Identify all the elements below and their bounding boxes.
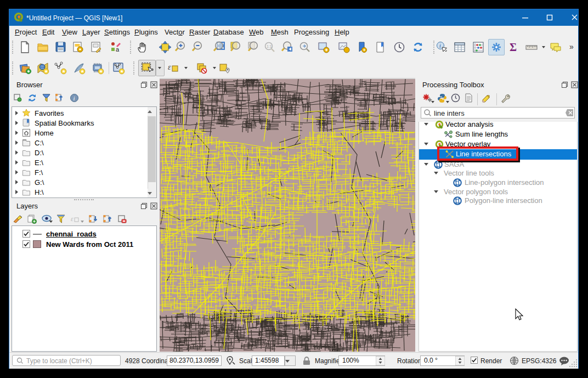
svg-text:a: a [116, 46, 120, 53]
svg-text:i: i [439, 43, 441, 49]
svg-text:ε: ε [71, 215, 74, 223]
svg-text:ε: ε [168, 63, 171, 71]
svg-text:1:1: 1:1 [267, 44, 272, 48]
svg-text:i: i [74, 95, 75, 101]
svg-text:Σ: Σ [510, 41, 517, 53]
